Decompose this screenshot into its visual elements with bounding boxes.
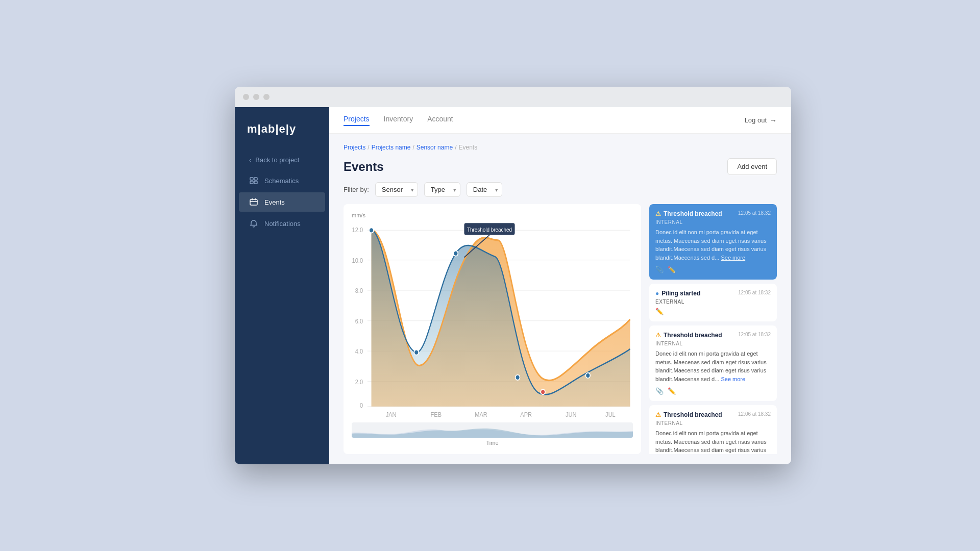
svg-text:10.0: 10.0 — [352, 257, 363, 264]
sidebar-item-notifications[interactable]: Notifications — [239, 214, 325, 233]
svg-text:APR: APR — [520, 411, 532, 418]
event-time-4: 12:06 at 18:32 — [738, 411, 771, 417]
browser-dot-red — [243, 94, 249, 100]
browser-window: m|ab|e|y ‹ Back to project — [235, 87, 791, 464]
event-type-2: ● Piling started — [655, 290, 700, 297]
event-time-1: 12:05 at 18:32 — [738, 210, 771, 216]
main-layout: mm/s 12.0 10.0 8.0 6.0 4.0 2.0 0 — [344, 204, 777, 454]
breadcrumb-projects[interactable]: Projects — [344, 144, 365, 151]
event-card-1: ⚠ Threshold breached 12:05 at 18:32 INTE… — [649, 204, 777, 280]
breadcrumb-projects-name[interactable]: Projects name — [372, 144, 411, 151]
sidebar-item-label: Events — [264, 198, 285, 206]
breadcrumb-current: Events — [458, 144, 477, 151]
sidebar-nav: ‹ Back to project Schematics — [235, 151, 329, 233]
event-time-3: 12:05 at 18:32 — [738, 332, 771, 337]
attach-icon-3[interactable]: 📎 — [655, 387, 664, 395]
filter-label: Filter by: — [344, 186, 369, 193]
svg-point-21 — [453, 251, 458, 256]
svg-point-20 — [414, 349, 419, 355]
svg-rect-0 — [250, 178, 253, 180]
warning-icon-3: ⚠ — [655, 332, 661, 339]
tab-inventory[interactable]: Inventory — [384, 115, 413, 126]
see-more-3[interactable]: See more — [721, 376, 745, 382]
events-icon — [249, 197, 258, 207]
svg-rect-3 — [254, 181, 257, 184]
sidebar-item-schematics[interactable]: Schematics — [239, 171, 325, 190]
tab-account[interactable]: Account — [427, 115, 453, 126]
type-filter-wrapper: Type — [424, 182, 460, 197]
svg-point-19 — [369, 228, 374, 233]
date-filter-wrapper: Date — [467, 182, 502, 197]
top-nav-tabs: Projects Inventory Account — [344, 115, 745, 126]
browser-chrome — [235, 87, 791, 107]
breadcrumb: Projects / Projects name / Sensor name /… — [344, 144, 777, 151]
top-nav: Projects Inventory Account Log out → — [329, 107, 791, 134]
content-area: Projects / Projects name / Sensor name /… — [329, 134, 791, 464]
event-tag-2: EXTERNAL — [655, 299, 771, 305]
chart-y-label: mm/s — [352, 212, 633, 218]
chart-time-label: Time — [352, 440, 633, 446]
event-body-3: Donec id elit non mi porta gravida at eg… — [655, 349, 771, 383]
svg-text:JUL: JUL — [605, 411, 616, 418]
chart-minimap[interactable] — [352, 422, 633, 438]
svg-rect-2 — [250, 181, 253, 184]
event-card-header-4: ⚠ Threshold breached 12:06 at 18:32 — [655, 411, 771, 418]
event-card-4: ⚠ Threshold breached 12:06 at 18:32 INTE… — [649, 405, 777, 454]
svg-text:4.0: 4.0 — [355, 347, 363, 355]
event-tag-3: INTERNAL — [655, 341, 771, 346]
sidebar: m|ab|e|y ‹ Back to project — [235, 107, 329, 464]
svg-rect-1 — [254, 178, 257, 180]
browser-dot-yellow — [253, 94, 259, 100]
sensor-filter[interactable]: Sensor — [375, 182, 418, 197]
svg-text:12.0: 12.0 — [352, 226, 363, 234]
svg-text:MAR: MAR — [475, 411, 487, 418]
svg-point-24 — [585, 373, 590, 378]
svg-text:8.0: 8.0 — [355, 287, 363, 294]
add-event-button[interactable]: Add event — [727, 158, 777, 175]
chevron-left-icon: ‹ — [249, 156, 251, 164]
filter-row: Filter by: Sensor Type Date — [344, 182, 777, 197]
edit-icon-1[interactable]: ✏️ — [668, 266, 676, 273]
logout-button[interactable]: Log out → — [745, 116, 777, 124]
edit-icon-3[interactable]: ✏️ — [668, 387, 676, 395]
event-card-3: ⚠ Threshold breached 12:05 at 18:32 INTE… — [649, 325, 777, 401]
svg-text:Threshold breached: Threshold breached — [467, 226, 512, 233]
see-more-1[interactable]: See more — [721, 255, 745, 261]
event-type-4: ⚠ Threshold breached — [655, 411, 722, 418]
type-filter[interactable]: Type — [424, 182, 460, 197]
browser-dot-green — [263, 94, 270, 100]
svg-text:JAN: JAN — [386, 411, 397, 418]
page-header: Events Add event — [344, 158, 777, 175]
edit-icon-2[interactable]: ✏️ — [655, 308, 664, 315]
event-body-4: Donec id elit non mi porta gravida at eg… — [655, 429, 771, 454]
page-title: Events — [344, 160, 384, 174]
event-time-2: 12:05 at 18:32 — [738, 290, 771, 295]
breadcrumb-sensor-name[interactable]: Sensor name — [416, 144, 453, 151]
sidebar-item-label: Notifications — [264, 220, 301, 228]
attach-icon-1[interactable]: 📎 — [655, 266, 664, 273]
event-actions-2: ✏️ — [655, 308, 771, 315]
event-type-1: ⚠ Threshold breached — [655, 210, 722, 217]
event-card-2: ● Piling started 12:05 at 18:32 EXTERNAL… — [649, 284, 777, 321]
main-content: Projects Inventory Account Log out → — [329, 107, 791, 464]
sidebar-item-events[interactable]: Events — [239, 192, 325, 212]
notifications-icon — [249, 219, 258, 228]
event-card-header-3: ⚠ Threshold breached 12:05 at 18:32 — [655, 332, 771, 339]
info-icon-2: ● — [655, 290, 659, 297]
back-to-project[interactable]: ‹ Back to project — [239, 151, 325, 169]
event-actions-1: 📎 ✏️ — [655, 266, 771, 273]
event-card-header-2: ● Piling started 12:05 at 18:32 — [655, 290, 771, 297]
event-tag-4: INTERNAL — [655, 420, 771, 426]
svg-text:0: 0 — [360, 402, 363, 409]
svg-text:JUN: JUN — [566, 411, 576, 418]
sidebar-item-label: Schematics — [264, 177, 299, 185]
svg-rect-4 — [250, 199, 257, 205]
events-panel: ⚠ Threshold breached 12:05 at 18:32 INTE… — [649, 204, 777, 454]
date-filter[interactable]: Date — [467, 182, 502, 197]
chart-svg: 12.0 10.0 8.0 6.0 4.0 2.0 0 — [352, 220, 633, 418]
browser-body: m|ab|e|y ‹ Back to project — [235, 107, 791, 464]
chart-area: 12.0 10.0 8.0 6.0 4.0 2.0 0 — [352, 220, 633, 418]
sidebar-logo: m|ab|e|y — [235, 117, 329, 151]
tab-projects[interactable]: Projects — [344, 115, 370, 126]
svg-text:6.0: 6.0 — [355, 317, 363, 325]
